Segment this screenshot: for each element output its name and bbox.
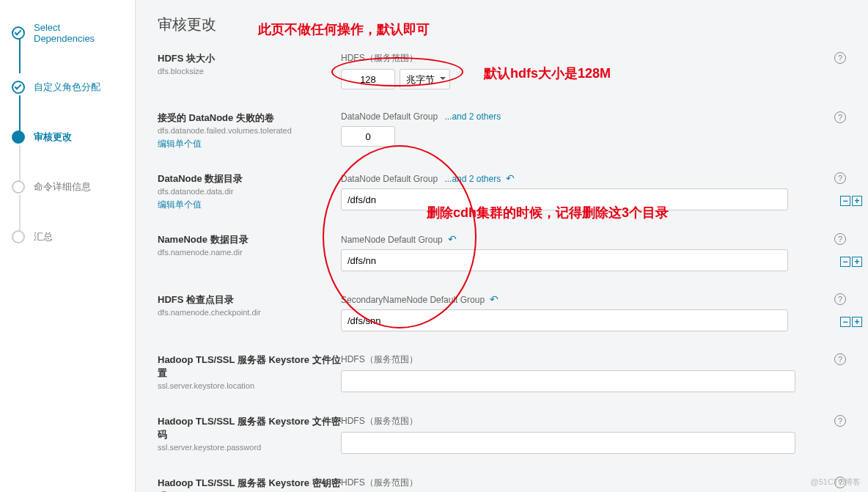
help-icon[interactable]: ?	[834, 111, 846, 123]
step-connector	[19, 195, 21, 232]
others-link[interactable]: ...and 2 others	[444, 174, 501, 184]
help-icon[interactable]: ?	[834, 415, 846, 427]
wizard-sidebar: Select Dependencies 自定义角色分配 审核更改 命令详细信息 …	[0, 0, 136, 492]
config-label: Hadoop TLS/SSL 服务器 Keystore 文件密码	[158, 415, 341, 441]
step-label: Select Dependencies	[34, 22, 123, 44]
help-icon[interactable]: ?	[834, 233, 846, 245]
checkpoint-dir-input[interactable]	[341, 309, 788, 331]
group-label: SecondaryNameNode Default Group ↶	[341, 293, 846, 305]
main-content: 审核更改 HDFS 块大小 dfs.blocksize HDFS（服务范围） 兆…	[136, 0, 868, 492]
config-key: ssl.server.keystore.location	[158, 381, 341, 390]
add-icon[interactable]: +	[852, 257, 862, 267]
group-label: HDFS（服务范围）	[341, 52, 846, 65]
remove-icon[interactable]: −	[840, 257, 850, 267]
undo-icon[interactable]: ↶	[448, 233, 457, 245]
watermark: @51CTO博客	[811, 477, 861, 488]
step-label: 汇总	[34, 230, 53, 243]
datanode-dir-input[interactable]	[341, 188, 788, 210]
step-label: 审核更改	[34, 131, 72, 144]
check-icon	[12, 81, 25, 94]
group-label: DataNode Default Group ...and 2 others ↶	[341, 172, 846, 184]
config-row-keystore-location: Hadoop TLS/SSL 服务器 Keystore 文件位置 ssl.ser…	[158, 353, 846, 393]
config-row-datanode-dir: DataNode 数据目录 dfs.datanode.data.dir 编辑单个…	[158, 172, 846, 211]
step-label: 命令详细信息	[34, 180, 91, 194]
help-icon[interactable]: ?	[834, 293, 846, 305]
config-label: Hadoop TLS/SSL 服务器 Keystore 密钥密码	[158, 477, 341, 492]
config-row-keystore-password: Hadoop TLS/SSL 服务器 Keystore 文件密码 ssl.ser…	[158, 415, 846, 455]
step-select-dependencies[interactable]: Select Dependencies	[0, 15, 135, 51]
step-connector	[19, 95, 21, 132]
keystore-location-input[interactable]	[341, 370, 795, 392]
edit-individual-link[interactable]: 编辑单个值	[158, 199, 202, 210]
config-key: dfs.namenode.checkpoint.dir	[158, 308, 341, 317]
help-icon[interactable]: ?	[834, 172, 846, 184]
pending-step-icon	[12, 230, 25, 243]
step-connector	[19, 145, 21, 182]
blocksize-input[interactable]	[341, 69, 395, 89]
config-label: 接受的 DataNode 失败的卷	[158, 111, 341, 125]
blocksize-unit-select[interactable]: 兆字节	[400, 69, 450, 89]
group-label: HDFS（服务范围）	[341, 415, 846, 427]
config-label: NameNode 数据目录	[158, 233, 341, 246]
add-icon[interactable]: +	[852, 317, 862, 327]
remove-icon[interactable]: −	[840, 196, 850, 206]
config-key: dfs.datanode.failed.volumes.tolerated	[158, 126, 341, 135]
config-label: DataNode 数据目录	[158, 172, 341, 186]
undo-icon[interactable]: ↶	[490, 293, 499, 305]
help-icon[interactable]: ?	[834, 52, 846, 64]
group-label: NameNode Default Group ↶	[341, 233, 846, 245]
config-label: HDFS 块大小	[158, 52, 341, 65]
group-label: HDFS（服务范围）	[341, 353, 846, 366]
config-key: ssl.server.keystore.password	[158, 443, 341, 452]
step-custom-roles[interactable]: 自定义角色分配	[0, 73, 135, 101]
page-title: 审核更改	[158, 15, 846, 34]
add-icon[interactable]: +	[852, 196, 862, 206]
pending-step-icon	[12, 180, 25, 194]
namenode-dir-input[interactable]	[341, 249, 788, 271]
config-row-keystore-keypassword: Hadoop TLS/SSL 服务器 Keystore 密钥密码 ssl.ser…	[158, 477, 846, 492]
config-row-checkpoint-dir: HDFS 检查点目录 dfs.namenode.checkpoint.dir S…	[158, 293, 846, 331]
group-label: DataNode Default Group ...and 2 others	[341, 111, 846, 122]
step-connector	[19, 37, 21, 73]
current-step-icon	[12, 131, 25, 144]
remove-icon[interactable]: −	[840, 317, 850, 327]
keystore-password-input[interactable]	[341, 432, 795, 454]
undo-icon[interactable]: ↶	[506, 172, 515, 184]
others-link[interactable]: ...and 2 others	[444, 111, 501, 122]
config-key: dfs.blocksize	[158, 67, 341, 76]
config-row-blocksize: HDFS 块大小 dfs.blocksize HDFS（服务范围） 兆字节 ?	[158, 52, 846, 89]
config-row-namenode-dir: NameNode 数据目录 dfs.namenode.name.dir Name…	[158, 233, 846, 271]
check-icon	[12, 26, 25, 40]
config-key: dfs.datanode.data.dir	[158, 187, 341, 196]
step-label: 自定义角色分配	[34, 81, 100, 94]
failed-volumes-input[interactable]	[341, 126, 395, 147]
config-key: dfs.namenode.name.dir	[158, 248, 341, 257]
help-icon[interactable]: ?	[834, 353, 846, 365]
config-label: Hadoop TLS/SSL 服务器 Keystore 文件位置	[158, 353, 341, 380]
config-label: HDFS 检查点目录	[158, 293, 341, 306]
group-label: HDFS（服务范围）	[341, 477, 846, 489]
edit-individual-link[interactable]: 编辑单个值	[158, 139, 202, 149]
config-row-failed-volumes: 接受的 DataNode 失败的卷 dfs.datanode.failed.vo…	[158, 111, 846, 150]
